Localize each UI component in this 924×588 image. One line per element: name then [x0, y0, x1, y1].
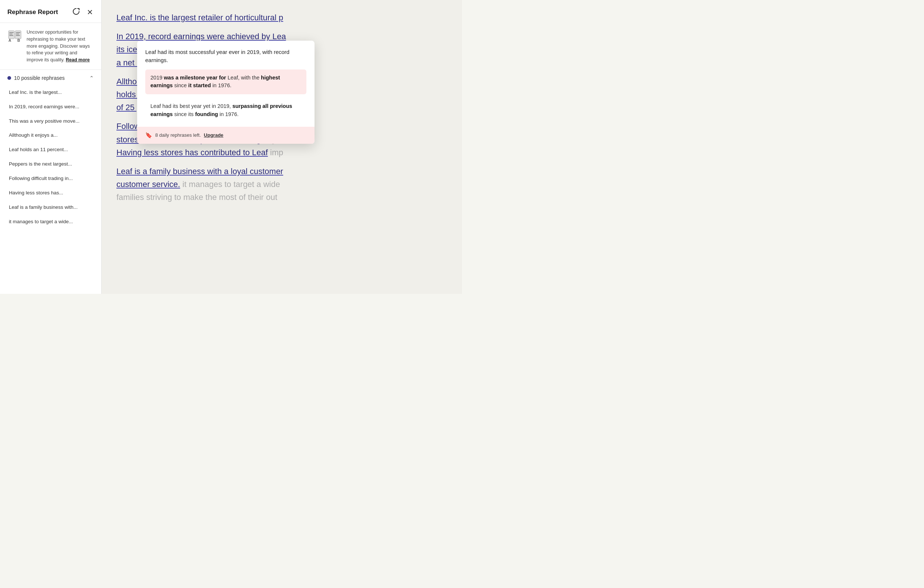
svg-rect-1 [9, 32, 14, 33]
rephrases-header: 10 possible rephrases ⌃ [7, 75, 94, 81]
rephrase-popup: Leaf had its most successful year ever i… [137, 41, 315, 144]
rephrase-item[interactable]: it manages to target a wide... [7, 215, 94, 229]
header-icons: ✕ [71, 7, 94, 17]
svg-rect-2 [9, 34, 13, 35]
svg-rect-3 [9, 35, 13, 36]
sentence-5-part-d: families striving to make the most of th… [116, 193, 277, 202]
rephrase-list: Leaf Inc. is the largest... In 2019, rec… [7, 85, 94, 229]
svg-rect-5 [15, 31, 21, 39]
rephrase-item[interactable]: In 2019, record earnings were... [7, 100, 94, 114]
rephrase-item[interactable]: Following difficult trading in... [7, 172, 94, 186]
rephrase-item[interactable]: Leaf Inc. is the largest... [7, 85, 94, 100]
sentence-5-part-a: Leaf is a family business with a loyal c… [116, 167, 283, 176]
svg-rect-7 [16, 34, 19, 35]
panel-header: Rephrase Report ✕ [0, 0, 101, 23]
sentence-5-part-b: customer service. [116, 180, 180, 189]
svg-text:A: A [8, 38, 11, 43]
rephrase-item[interactable]: Leaf holds an 11 percent... [7, 143, 94, 157]
rephrase-doc-icon: A B [7, 29, 22, 44]
upgrade-link[interactable]: Upgrade [204, 132, 224, 138]
rephrase-item[interactable]: Having less stores has... [7, 186, 94, 200]
rephrase-item[interactable]: This was a very positive move... [7, 114, 94, 129]
sentence-2-part-a: In 2019, record earnings were achieved b… [116, 32, 286, 41]
rephrase-item[interactable]: Allthough it enjoys a... [7, 128, 94, 143]
description-area: A B Uncover opportunities for rephrasing… [0, 23, 101, 70]
popup-suggestion-1[interactable]: 2019 was a milestone year for Leaf, with… [145, 69, 306, 95]
close-icon: ✕ [87, 8, 93, 16]
sentence-4-part-e: Having less stores has contributed to Le… [116, 148, 268, 157]
sentence-1-underlined: Leaf Inc. is the largest retailer of hor… [116, 13, 283, 22]
left-panel: Rephrase Report ✕ [0, 0, 102, 294]
read-more-link[interactable]: Read more [66, 57, 90, 63]
description-text: Uncover opportunities for rephrasing to … [26, 29, 94, 64]
svg-rect-6 [16, 32, 20, 33]
popup-content: Leaf had its most successful year ever i… [137, 41, 315, 123]
bookmark-icon: 🔖 [145, 132, 152, 139]
document-sentence-5: Leaf is a family business with a loyal c… [116, 165, 447, 204]
popup-footer: 🔖 8 daily rephrases left. Upgrade [137, 127, 315, 144]
popup-original-text: Leaf had its most successful year ever i… [145, 48, 306, 64]
rephrases-section: 10 possible rephrases ⌃ Leaf Inc. is the… [0, 70, 101, 232]
rephrase-item[interactable]: Leaf is a family business with... [7, 200, 94, 215]
chevron-up-icon[interactable]: ⌃ [89, 75, 94, 81]
popup-suggestion-2[interactable]: Leaf had its best year yet in 2019, surp… [145, 98, 306, 123]
rephrases-left-text: 8 daily rephrases left. [155, 132, 201, 138]
rephrases-count: 10 possible rephrases [7, 75, 65, 81]
refresh-icon [72, 9, 80, 17]
right-panel: Leaf Inc. is the largest retailer of hor… [102, 0, 462, 294]
dot-indicator [7, 76, 11, 80]
close-button[interactable]: ✕ [86, 8, 94, 17]
svg-text:B: B [17, 38, 20, 43]
svg-rect-8 [16, 35, 20, 36]
document-sentence-1: Leaf Inc. is the largest retailer of hor… [116, 11, 447, 24]
svg-rect-0 [8, 31, 15, 39]
refresh-button[interactable] [71, 7, 81, 17]
sentence-2-part-b: its ice [116, 45, 137, 54]
rephrase-item[interactable]: Peppers is the next largest... [7, 157, 94, 172]
panel-title: Rephrase Report [7, 8, 58, 16]
